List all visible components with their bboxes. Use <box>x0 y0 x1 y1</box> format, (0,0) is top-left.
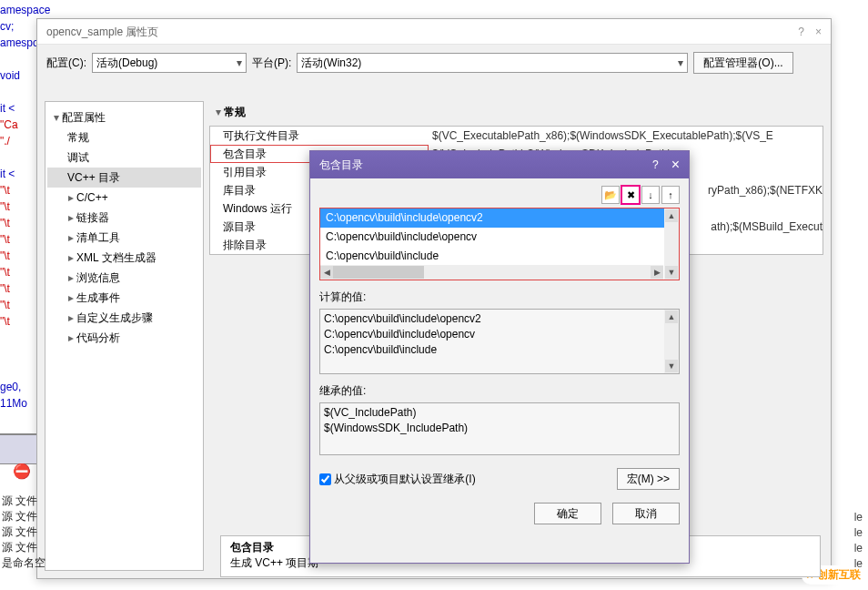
tree-item-code-analysis[interactable]: ▸代码分析 <box>47 328 201 348</box>
path-toolbar: 📂 ✖ ↓ ↑ <box>319 184 680 208</box>
section-header: ▾常规 <box>209 101 823 126</box>
close-icon[interactable]: × <box>671 157 680 173</box>
include-dirs-dialog: 包含目录 ? × 📂 ✖ ↓ ↑ C:\opencv\build\include… <box>309 150 690 564</box>
inherit-checkbox[interactable]: 从父级或项目默认设置继承(I) <box>319 472 476 487</box>
tree-item-general[interactable]: 常规 <box>47 127 201 148</box>
dialog-title: opencv_sample 属性页 <box>46 19 158 45</box>
config-toolbar: 配置(C): 活动(Debug) ▾ 平台(P): 活动(Win32) ▾ 配置… <box>37 45 831 81</box>
close-icon[interactable]: × <box>815 19 822 45</box>
config-label: 配置(C): <box>46 56 86 71</box>
paths-listbox[interactable]: C:\opencv\build\include\opencv2 C:\openc… <box>319 208 680 280</box>
list-item[interactable]: C:\opencv\build\include\opencv2 <box>320 209 679 228</box>
tree-root[interactable]: ▾配置属性 <box>47 107 201 127</box>
inherited-values-box: $(VC_IncludePath) $(WindowsSDK_IncludePa… <box>319 402 680 455</box>
error-icon[interactable]: ⛔ <box>13 463 31 480</box>
tree-item-manifest[interactable]: ▸清单工具 <box>47 228 201 248</box>
config-combo[interactable]: 活动(Debug) ▾ <box>92 53 247 73</box>
list-item[interactable]: C:\opencv\build\include\opencv <box>320 228 679 247</box>
inherited-label: 继承的值: <box>319 383 680 399</box>
tree-item-custom-build[interactable]: ▸自定义生成步骤 <box>47 308 201 328</box>
tree-item-cpp[interactable]: ▸C/C++ <box>47 188 201 208</box>
chevron-down-icon: ▾ <box>237 56 242 69</box>
macros-button[interactable]: 宏(M) >> <box>617 468 680 490</box>
ok-button[interactable]: 确定 <box>534 503 601 524</box>
tree-item-build-events[interactable]: ▸生成事件 <box>47 288 201 308</box>
computed-values-box: C:\opencv\build\include\opencv2 C:\openc… <box>319 309 680 374</box>
platform-label: 平台(P): <box>252 56 291 71</box>
list-item[interactable]: C:\opencv\build\include <box>320 247 679 266</box>
dialog-titlebar[interactable]: opencv_sample 属性页 ? × <box>37 19 831 45</box>
move-down-button[interactable]: ↓ <box>641 186 660 204</box>
help-icon[interactable]: ? <box>798 19 804 45</box>
output-panel-strip <box>0 433 36 464</box>
tree-item-vc-directories[interactable]: VC++ 目录 <box>47 168 201 188</box>
chevron-down-icon: ▾ <box>678 56 683 69</box>
prop-row-exec-dirs[interactable]: 可执行文件目录$(VC_ExecutablePath_x86);$(Window… <box>210 127 823 145</box>
output-lines: 源 文件 源 文件 源 文件 源 文件 是命名空 <box>0 493 91 571</box>
tree-item-debug[interactable]: 调试 <box>47 148 201 168</box>
tree-item-browse-info[interactable]: ▸浏览信息 <box>47 268 201 288</box>
inner-title-text: 包含目录 <box>319 158 363 173</box>
right-edge-text: lelelele <box>854 510 863 572</box>
help-icon[interactable]: ? <box>652 158 659 171</box>
tree-item-linker[interactable]: ▸链接器 <box>47 208 201 228</box>
config-manager-button[interactable]: 配置管理器(O)... <box>693 52 792 74</box>
cancel-button[interactable]: 取消 <box>612 503 680 524</box>
horizontal-scrollbar[interactable]: ◀▶ <box>320 265 663 280</box>
tree-item-xml-doc[interactable]: ▸XML 文档生成器 <box>47 248 201 268</box>
platform-combo[interactable]: 活动(Win32) ▾ <box>297 53 688 73</box>
vertical-scrollbar[interactable]: ▲▼ <box>664 209 679 280</box>
vertical-scrollbar[interactable]: ▲▼ <box>664 310 679 373</box>
computed-label: 计算的值: <box>319 290 680 305</box>
new-folder-button[interactable]: 📂 <box>601 186 620 204</box>
delete-button[interactable]: ✖ <box>621 186 640 204</box>
inner-titlebar[interactable]: 包含目录 ? × <box>310 151 689 178</box>
move-up-button[interactable]: ↑ <box>661 186 680 204</box>
